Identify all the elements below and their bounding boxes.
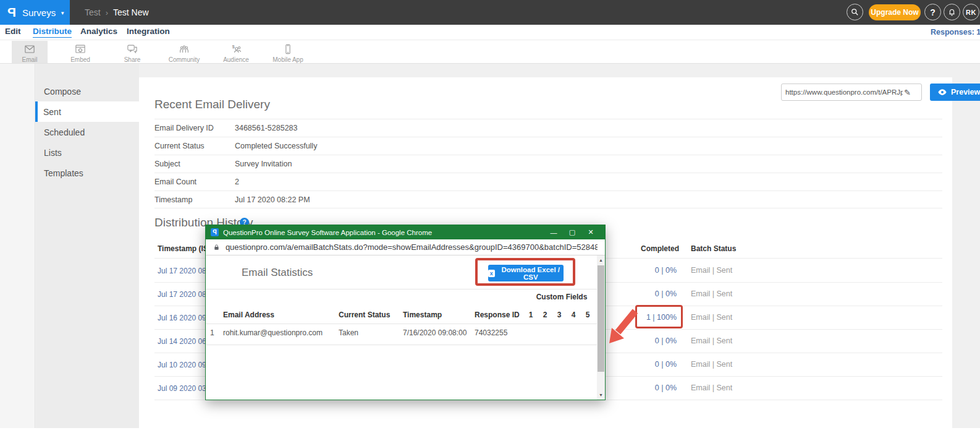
- toolbar-item-embed[interactable]: Embed: [62, 41, 98, 63]
- kv-value: Jul 17 2020 08:22 PM: [235, 195, 310, 204]
- completed-cell[interactable]: 0 | 0%: [606, 337, 677, 345]
- toolbar-item-share[interactable]: Share: [114, 41, 150, 63]
- column-header-cf4: 4: [570, 311, 577, 319]
- batch-status-cell: Email | Sent: [691, 337, 732, 345]
- eye-icon: [937, 87, 947, 97]
- kv-row: Current Status Completed Successfully: [154, 137, 942, 155]
- question-mark-icon: ?: [930, 7, 936, 17]
- email-icon: [23, 43, 36, 55]
- response-id-cell: 74032255: [475, 328, 507, 337]
- download-excel-csv-button[interactable]: x Download Excel / CSV: [488, 265, 564, 281]
- bell-icon: [947, 7, 957, 17]
- status-cell: Taken: [339, 328, 358, 337]
- column-header-cf2: 2: [542, 311, 548, 319]
- search-button[interactable]: [847, 4, 863, 20]
- survey-url-input[interactable]: [785, 88, 903, 96]
- notifications-button[interactable]: [944, 4, 960, 20]
- breadcrumb-parent[interactable]: Test: [85, 7, 101, 17]
- completed-cell[interactable]: 0 | 0%: [606, 360, 677, 369]
- column-header-status: Current Status: [339, 311, 390, 319]
- divider: [206, 345, 597, 345]
- completed-cell[interactable]: 0 | 0%: [606, 384, 677, 392]
- scroll-up-icon[interactable]: ▲: [597, 256, 605, 264]
- kv-label: Email Count: [154, 178, 235, 186]
- column-header-email: Email Address: [223, 311, 274, 319]
- timestamp-cell: 7/16/2020 09:08:00: [403, 328, 467, 337]
- tab-integration[interactable]: Integration: [127, 27, 170, 36]
- survey-url-field: ✎: [781, 84, 922, 101]
- column-header-batch-status: Batch Status: [691, 244, 736, 253]
- column-header-response-id: Response ID: [475, 311, 520, 319]
- tab-edit[interactable]: Edit: [5, 27, 21, 36]
- completed-cell[interactable]: 0 | 0%: [606, 266, 677, 275]
- bottom-strip: [0, 428, 980, 433]
- scrollbar-thumb[interactable]: [598, 265, 604, 372]
- email-statistics-heading: Email Statistics: [242, 267, 313, 279]
- kv-row: Timestamp Jul 17 2020 08:22 PM: [154, 191, 942, 208]
- tab-analytics[interactable]: Analytics: [80, 27, 117, 36]
- chevron-down-icon: ▼: [60, 11, 65, 16]
- toolbar-item-label: Embed: [70, 56, 90, 63]
- toolbar-item-community[interactable]: Community: [166, 41, 202, 63]
- preview-button[interactable]: Preview: [930, 84, 980, 101]
- tab-distribute[interactable]: Distribute: [33, 27, 72, 38]
- download-button-label: Download Excel / CSV: [498, 266, 564, 281]
- help-button[interactable]: ?: [924, 4, 941, 20]
- kv-row: Subject Survey Invitation: [154, 155, 942, 173]
- address-bar[interactable]: questionpro.com/a/emailBatchStats.do?mod…: [206, 239, 605, 255]
- divider: [206, 324, 597, 324]
- toolbar-item-email[interactable]: Email: [12, 41, 48, 63]
- kv-value: 3468561-5285283: [235, 124, 298, 132]
- toolbar-item-mobile-app[interactable]: Mobile App: [270, 41, 306, 63]
- sidebar-item-sent[interactable]: Sent: [35, 101, 139, 122]
- divider: [206, 289, 597, 289]
- toolbar-item-label: Share: [124, 56, 141, 63]
- row-index: 1: [210, 328, 214, 337]
- questionpro-logo-icon: P: [7, 5, 16, 20]
- avatar-initials: RK: [966, 9, 976, 16]
- upgrade-now-button[interactable]: Upgrade Now: [869, 4, 921, 20]
- close-icon[interactable]: ✕: [581, 228, 600, 236]
- brand-label: Surveys: [22, 7, 56, 18]
- batch-status-cell: Email | Sent: [691, 384, 732, 392]
- toolbar-item-label: Audience: [223, 56, 249, 63]
- completed-cell[interactable]: 0 | 0%: [606, 289, 677, 298]
- excel-file-icon: x: [488, 270, 495, 277]
- kv-label: Timestamp: [154, 195, 235, 204]
- sidebar-item-scheduled[interactable]: Scheduled: [36, 122, 139, 142]
- audience-icon: $: [229, 43, 243, 55]
- edit-url-icon[interactable]: ✎: [904, 88, 911, 97]
- completed-cell-highlighted[interactable]: 1 | 100%: [606, 313, 677, 322]
- sidebar-item-templates[interactable]: Templates: [36, 163, 139, 183]
- avatar[interactable]: RK: [963, 4, 979, 20]
- sidebar-item-compose[interactable]: Compose: [36, 81, 139, 101]
- surveys-menu[interactable]: P Surveys ▼: [0, 0, 70, 25]
- toolbar-item-label: Email: [22, 56, 37, 63]
- search-icon: [850, 7, 860, 17]
- embed-icon: [74, 43, 87, 55]
- kv-label: Current Status: [154, 142, 235, 150]
- kv-value: Survey Invitation: [235, 160, 292, 168]
- community-icon: [177, 43, 191, 55]
- breadcrumb: Test › Test New: [85, 0, 149, 25]
- scrollbar[interactable]: ▲ ▼: [597, 255, 605, 400]
- batch-status-cell: Email | Sent: [691, 360, 732, 369]
- sidebar-item-lists[interactable]: Lists: [36, 142, 139, 163]
- maximize-icon[interactable]: ▢: [563, 228, 581, 236]
- window-title-bar[interactable]: P QuestionPro Online Survey Software App…: [206, 225, 605, 239]
- lock-icon: [213, 244, 220, 251]
- kv-value: 2: [235, 178, 239, 186]
- toolbar-item-audience[interactable]: $ Audience: [218, 41, 254, 63]
- svg-text:$: $: [232, 45, 235, 49]
- column-header-completed: Completed: [641, 244, 679, 253]
- toolbar-item-label: Mobile App: [272, 56, 303, 63]
- breadcrumb-current: Test New: [113, 7, 149, 17]
- column-header-cf3: 3: [556, 311, 562, 319]
- column-header-cf5: 5: [585, 311, 591, 319]
- custom-fields-label: Custom Fields: [530, 293, 594, 301]
- minimize-icon[interactable]: —: [544, 229, 563, 236]
- responses-count[interactable]: Responses: 14: [931, 28, 980, 36]
- scroll-down-icon[interactable]: ▼: [597, 391, 605, 399]
- email-cell: rohit.kumar@questionpro.com: [223, 328, 323, 337]
- window-content: Email Statistics x Download Excel / CSV …: [206, 255, 605, 400]
